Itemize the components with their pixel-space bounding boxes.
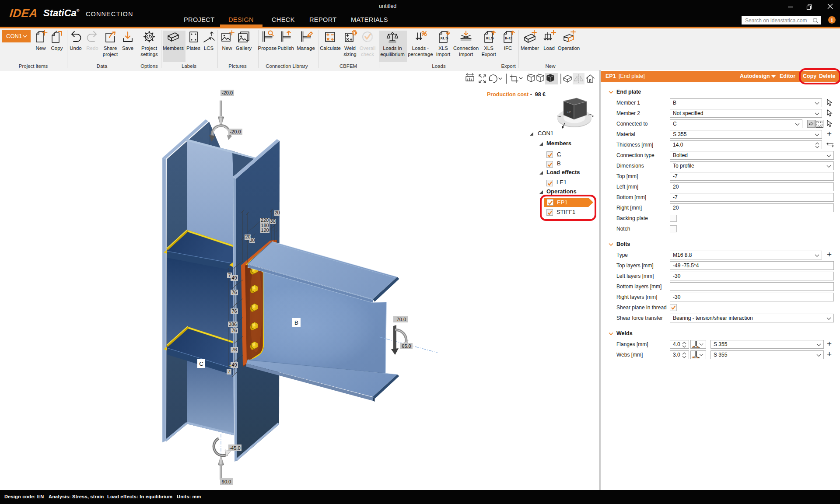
svg-text:-45.0: -45.0 [229, 445, 240, 451]
svg-text:7: 7 [228, 369, 230, 374]
svg-text:30: 30 [270, 218, 275, 224]
svg-text:120: 120 [261, 228, 269, 233]
svg-text:XLS: XLS [486, 35, 494, 40]
svg-text:IFC: IFC [505, 35, 511, 40]
svg-text:386: 386 [229, 322, 237, 327]
svg-text:76: 76 [231, 290, 237, 295]
svg-text:7: 7 [228, 273, 231, 278]
svg-text:B: B [294, 319, 298, 326]
svg-text:20: 20 [245, 234, 250, 239]
svg-text:-70.0: -70.0 [395, 317, 406, 322]
svg-text:76: 76 [231, 308, 237, 314]
svg-text:49: 49 [231, 275, 237, 280]
svg-text:z: z [579, 98, 581, 101]
svg-text:-20.0: -20.0 [230, 129, 241, 134]
svg-text:76: 76 [231, 347, 237, 352]
svg-text:65.0: 65.0 [402, 343, 411, 349]
svg-text:76: 76 [231, 328, 237, 333]
svg-text:+Y: +Y [567, 111, 571, 114]
svg-text:49: 49 [231, 362, 237, 368]
svg-text:-20.0: -20.0 [222, 90, 233, 95]
svg-text:C: C [199, 360, 203, 367]
svg-text:20: 20 [274, 210, 280, 215]
svg-text:90.0: 90.0 [222, 479, 231, 484]
svg-text:220: 220 [261, 217, 269, 223]
